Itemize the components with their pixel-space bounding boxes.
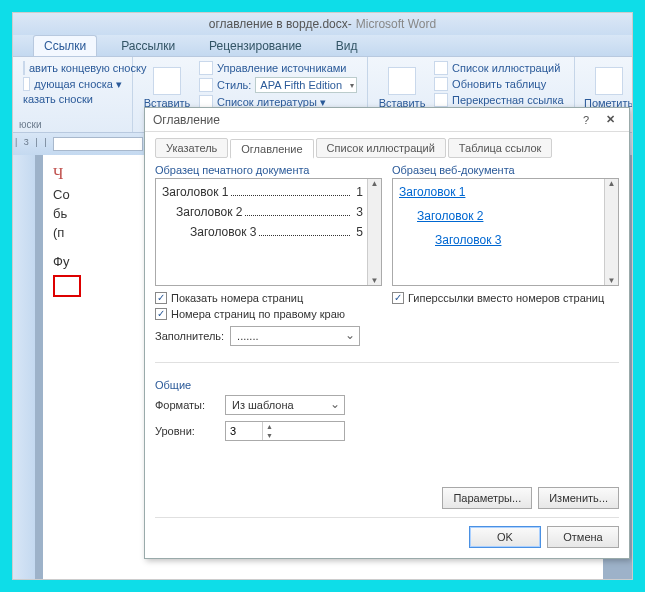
endnote-icon <box>23 61 25 75</box>
dialog-titlebar[interactable]: Оглавление ? ✕ <box>145 108 629 132</box>
hyperlinks-instead-pages-checkbox[interactable]: Гиперссылки вместо номеров страниц <box>392 292 619 304</box>
web-preview-link[interactable]: Заголовок 3 <box>435 233 600 247</box>
cancel-button[interactable]: Отмена <box>547 526 619 548</box>
window-titlebar: оглавление в ворде.docx - Microsoft Word <box>13 13 632 35</box>
tab-view[interactable]: Вид <box>326 36 368 56</box>
show-page-numbers-checkbox[interactable]: Показать номера страниц <box>155 292 382 304</box>
levels-spinner[interactable]: ▲▼ <box>225 421 345 441</box>
print-preview-scrollbar[interactable] <box>367 179 381 285</box>
scroll-down-icon[interactable] <box>608 276 616 285</box>
scroll-up-icon[interactable] <box>371 179 379 188</box>
print-preview-label: Образец печатного документа <box>155 164 382 176</box>
citation-style-dropdown[interactable]: APA Fifth Edition <box>255 77 357 93</box>
manage-sources-btn[interactable]: Управление источниками <box>199 61 357 75</box>
citation-style-row: Стиль: APA Fifth Edition <box>199 77 357 93</box>
scroll-up-icon[interactable] <box>608 179 616 188</box>
toc-dialog: Оглавление ? ✕ Указатель Оглавление Спис… <box>144 107 630 559</box>
caption-icon <box>388 67 416 95</box>
tab-review[interactable]: Рецензирование <box>199 36 312 56</box>
web-preview-scrollbar[interactable] <box>604 179 618 285</box>
checkbox-icon <box>155 308 167 320</box>
levels-input[interactable] <box>226 425 262 437</box>
tab-index[interactable]: Указатель <box>155 138 228 158</box>
general-section-label: Общие <box>155 379 619 391</box>
style-icon <box>199 78 213 92</box>
close-button[interactable]: ✕ <box>599 111 621 129</box>
tab-leader-label: Заполнитель: <box>155 330 224 342</box>
right-align-page-numbers-checkbox[interactable]: Номера страниц по правому краю <box>155 308 382 320</box>
figures-icon <box>434 61 448 75</box>
tab-authorities[interactable]: Таблица ссылок <box>448 138 553 158</box>
modify-button[interactable]: Изменить... <box>538 487 619 509</box>
ok-button[interactable]: OK <box>469 526 541 548</box>
highlighted-thumbnail <box>53 275 81 297</box>
app-name: Microsoft Word <box>356 17 436 31</box>
tab-links[interactable]: Ссылки <box>33 35 97 56</box>
checkbox-icon <box>392 292 404 304</box>
update-table-btn[interactable]: Обновить таблицу <box>434 77 564 91</box>
web-preview-link[interactable]: Заголовок 2 <box>417 209 600 223</box>
show-footnotes-btn[interactable]: казать сноски <box>23 93 122 105</box>
vertical-ruler[interactable] <box>13 155 35 579</box>
next-footnote-btn[interactable]: дующая сноска ▾ <box>23 77 122 91</box>
print-preview-box: Заголовок 11 Заголовок 23 Заголовок 35 <box>155 178 382 286</box>
dialog-title: Оглавление <box>153 113 573 127</box>
help-button[interactable]: ? <box>575 111 597 129</box>
cross-reference-btn[interactable]: Перекрестная ссылка <box>434 93 564 107</box>
mark-icon <box>595 67 623 95</box>
crossref-icon <box>434 93 448 107</box>
group-label-footnotes: юски <box>19 119 126 130</box>
tab-toc[interactable]: Оглавление <box>230 139 313 159</box>
tab-mailings[interactable]: Рассылки <box>111 36 185 56</box>
list-of-figures-btn[interactable]: Список иллюстраций <box>434 61 564 75</box>
sources-icon <box>199 61 213 75</box>
formats-label: Форматы: <box>155 399 225 411</box>
next-footnote-icon <box>23 77 30 91</box>
document-title: оглавление в ворде.docx <box>209 17 348 31</box>
spinner-up-icon[interactable]: ▲ <box>263 422 276 431</box>
levels-label: Уровни: <box>155 425 225 437</box>
checkbox-icon <box>155 292 167 304</box>
ribbon-tabs: Ссылки Рассылки Рецензирование Вид <box>13 35 632 57</box>
spinner-down-icon[interactable]: ▼ <box>263 431 276 440</box>
formats-dropdown[interactable]: Из шаблона <box>225 395 345 415</box>
app-window: оглавление в ворде.docx - Microsoft Word… <box>12 12 633 580</box>
web-preview-box: Заголовок 1 Заголовок 2 Заголовок 3 <box>392 178 619 286</box>
web-preview-label: Образец веб-документа <box>392 164 619 176</box>
options-button[interactable]: Параметры... <box>442 487 532 509</box>
insert-endnote-btn[interactable]: авить концевую сноску <box>23 61 122 75</box>
tab-leader-dropdown[interactable]: ....... <box>230 326 360 346</box>
web-preview-link[interactable]: Заголовок 1 <box>399 185 600 199</box>
tab-figures-list[interactable]: Список иллюстраций <box>316 138 446 158</box>
citation-icon <box>153 67 181 95</box>
dialog-tabs: Указатель Оглавление Список иллюстраций … <box>145 132 629 158</box>
update-icon <box>434 77 448 91</box>
scroll-down-icon[interactable] <box>371 276 379 285</box>
